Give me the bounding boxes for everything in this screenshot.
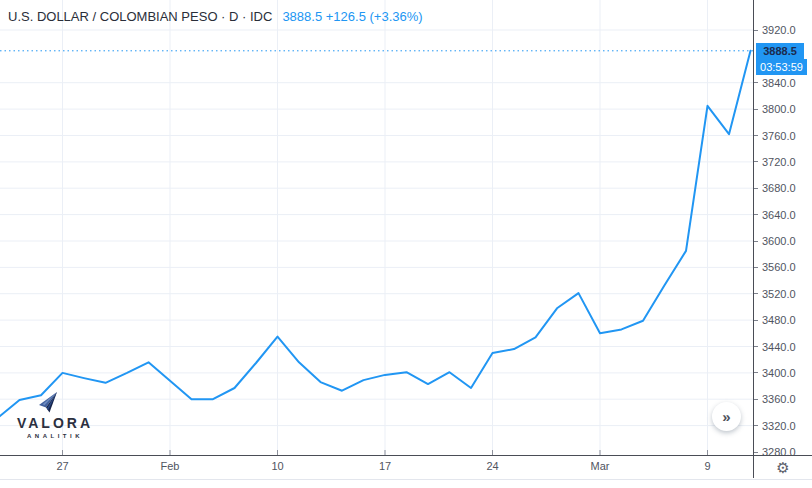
valora-analitik-watermark[interactable]: VALORA ANALITIK	[13, 391, 97, 439]
paper-plane-icon	[37, 391, 59, 414]
price-axis-tick	[754, 399, 758, 400]
price-axis-tick	[754, 346, 758, 347]
last-quote-change: 3888.5 +126.5 (+3.36%)	[282, 9, 422, 24]
time-axis-label: 10	[271, 460, 283, 472]
price-axis-tick	[754, 241, 758, 242]
price-axis-label: 3320.0	[762, 420, 796, 432]
price-axis-tick	[754, 30, 758, 31]
time-axis-label: Mar	[591, 460, 610, 472]
price-axis-label: 3600.0	[762, 235, 796, 247]
price-axis-tick	[754, 267, 758, 268]
price-axis-label: 3920.0	[762, 24, 796, 36]
time-axis-label: 27	[56, 460, 68, 472]
price-axis-tick	[754, 161, 758, 162]
logo-subtitle: ANALITIK	[13, 433, 97, 439]
price-axis-tick	[754, 320, 758, 321]
price-axis-label: 3440.0	[762, 341, 796, 353]
price-axis-label: 3800.0	[762, 103, 796, 115]
time-axis-label: Feb	[161, 460, 180, 472]
price-axis-tick	[754, 82, 758, 83]
price-axis-tick	[754, 214, 758, 215]
price-axis-label: 3640.0	[762, 209, 796, 221]
price-axis-label: 3680.0	[762, 182, 796, 194]
double-chevron-right-icon: »	[722, 408, 730, 425]
price-line-chart[interactable]	[0, 0, 753, 455]
price-axis[interactable]: 3888.5 03:53:59 3920.03840.03800.03760.0…	[754, 0, 812, 455]
price-axis-tick	[754, 372, 758, 373]
chart-plot-area[interactable]	[0, 0, 753, 455]
logo-name: VALORA	[13, 415, 97, 431]
symbol-title[interactable]: U.S. DOLLAR / COLOMBIAN PESO · D · IDC	[8, 9, 272, 24]
price-axis-label: 3400.0	[762, 367, 796, 379]
price-axis-label: 3360.0	[762, 393, 796, 405]
symbol-title-bar: U.S. DOLLAR / COLOMBIAN PESO · D · IDC 3…	[8, 7, 423, 25]
restore-panel-button[interactable]: »	[712, 402, 741, 431]
price-axis-tick	[754, 188, 758, 189]
price-axis-label: 3840.0	[762, 77, 796, 89]
time-axis[interactable]: 27Feb101724Mar9	[0, 455, 812, 480]
price-axis-tick	[754, 293, 758, 294]
price-axis-tick	[754, 135, 758, 136]
price-axis-tick	[754, 425, 758, 426]
last-price-badge: 3888.5	[756, 43, 804, 59]
price-axis-label: 3760.0	[762, 130, 796, 142]
axis-settings-corner: ⚙	[754, 456, 812, 478]
time-axis-label: 9	[704, 460, 710, 472]
price-axis-label: 3560.0	[762, 261, 796, 273]
price-axis-label: 3480.0	[762, 314, 796, 326]
chart-panel: U.S. DOLLAR / COLOMBIAN PESO · D · IDC 3…	[0, 0, 812, 488]
time-axis-label: 17	[379, 460, 391, 472]
price-axis-border	[753, 0, 754, 478]
price-axis-label: 3520.0	[762, 288, 796, 300]
price-axis-tick	[754, 452, 758, 453]
price-axis-label: 3720.0	[762, 156, 796, 168]
time-axis-label: 24	[486, 460, 498, 472]
bar-countdown-badge: 03:53:59	[756, 59, 807, 75]
gear-icon[interactable]: ⚙	[776, 460, 789, 475]
price-axis-tick	[754, 109, 758, 110]
